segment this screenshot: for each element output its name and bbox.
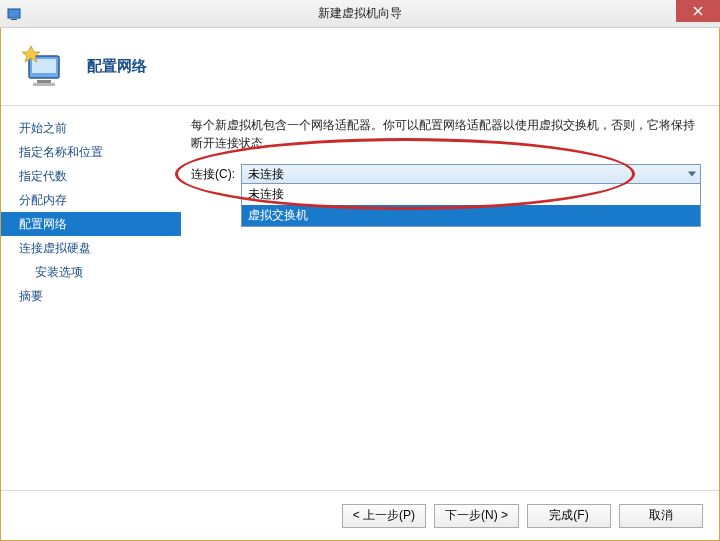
wizard-step-item[interactable]: 开始之前 — [1, 116, 181, 140]
connection-combo-wrap: 未连接 未连接虚拟交换机 — [241, 164, 701, 227]
svg-rect-1 — [11, 19, 17, 20]
connection-label: 连接(C): — [191, 164, 235, 183]
wizard-step-item[interactable]: 配置网络 — [1, 212, 181, 236]
connection-option[interactable]: 未连接 — [242, 184, 700, 205]
window-body: 配置网络 开始之前指定名称和位置指定代数分配内存配置网络连接虚拟硬盘安装选项摘要… — [0, 28, 720, 541]
chevron-down-icon — [688, 172, 696, 177]
svg-rect-6 — [37, 80, 51, 83]
wizard-step-item[interactable]: 摘要 — [1, 284, 181, 308]
connection-row: 连接(C): 未连接 未连接虚拟交换机 — [191, 164, 701, 227]
wizard-icon — [19, 42, 69, 92]
wizard-steps-sidebar: 开始之前指定名称和位置指定代数分配内存配置网络连接虚拟硬盘安装选项摘要 — [1, 106, 181, 490]
finish-button[interactable]: 完成(F) — [527, 504, 611, 528]
wizard-step-item[interactable]: 指定名称和位置 — [1, 140, 181, 164]
wizard-step-item[interactable]: 安装选项 — [1, 260, 181, 284]
wizard-step-item[interactable]: 指定代数 — [1, 164, 181, 188]
next-button[interactable]: 下一步(N) > — [434, 504, 519, 528]
connection-combobox[interactable]: 未连接 — [241, 164, 701, 184]
wizard-header: 配置网络 — [1, 28, 719, 106]
title-bar: 新建虚拟机向导 — [0, 0, 720, 28]
wizard-footer: < 上一步(P) 下一步(N) > 完成(F) 取消 — [1, 490, 719, 540]
connection-option[interactable]: 虚拟交换机 — [242, 205, 700, 226]
content-pane: 每个新虚拟机包含一个网络适配器。你可以配置网络适配器以使用虚拟交换机，否则，它将… — [181, 106, 719, 490]
window-title: 新建虚拟机向导 — [0, 5, 720, 22]
close-button[interactable] — [676, 0, 720, 22]
connection-dropdown: 未连接虚拟交换机 — [241, 184, 701, 227]
connection-selected-value: 未连接 — [248, 166, 284, 183]
app-icon — [6, 6, 22, 22]
close-icon — [693, 6, 703, 16]
page-title: 配置网络 — [87, 57, 147, 76]
main-area: 开始之前指定名称和位置指定代数分配内存配置网络连接虚拟硬盘安装选项摘要 每个新虚… — [1, 106, 719, 490]
svg-rect-0 — [8, 9, 20, 18]
wizard-step-item[interactable]: 连接虚拟硬盘 — [1, 236, 181, 260]
wizard-step-item[interactable]: 分配内存 — [1, 188, 181, 212]
description-text: 每个新虚拟机包含一个网络适配器。你可以配置网络适配器以使用虚拟交换机，否则，它将… — [191, 116, 701, 152]
svg-rect-7 — [33, 83, 55, 86]
cancel-button[interactable]: 取消 — [619, 504, 703, 528]
prev-button[interactable]: < 上一步(P) — [342, 504, 426, 528]
